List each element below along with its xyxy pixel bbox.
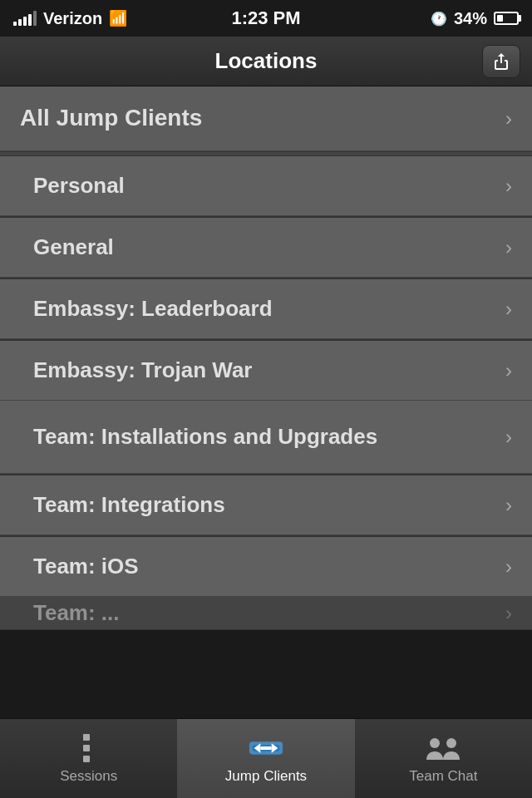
status-right: 🕐 34% [431,9,519,28]
svg-rect-4 [260,746,271,750]
list-item-team-ios[interactable]: Team: iOS › [0,537,532,597]
svg-point-6 [446,738,456,748]
list-item-all-jump-clients[interactable]: All Jump Clients › [0,86,532,151]
navigation-bar: Locations [0,37,532,86]
chevron-right-icon: › [505,298,512,321]
chevron-right-icon: › [505,494,512,517]
list-item-label: Team: Integrations [33,491,225,520]
tab-team-chat[interactable]: Team Chat [355,719,532,798]
status-bar: Verizon 📶 1:23 PM 🕐 34% [0,0,532,37]
list-item-label: Embassy: Trojan War [33,357,252,385]
chevron-right-icon: › [505,107,512,131]
chevron-right-icon: › [505,236,512,259]
carrier-label: Verizon [43,9,102,28]
clock-icon: 🕐 [431,11,447,27]
content-area: All Jump Clients › Personal › General › … [0,86,532,718]
list-item-label: Embassy: Leaderboard [33,295,273,323]
tab-team-chat-label: Team Chat [409,768,477,785]
status-time: 1:23 PM [231,7,300,29]
page-title: Locations [215,48,318,74]
svg-point-5 [430,738,440,748]
list-item-general[interactable]: General › [0,218,532,278]
list-item-label: Team: Installations and Upgrades [33,423,377,451]
list-item-label: General [33,234,114,262]
chevron-right-icon: › [505,555,512,579]
jump-clients-icon [248,733,284,763]
list-item-label: Team: iOS [33,553,139,581]
chevron-right-icon: › [505,426,512,449]
share-icon [491,52,511,71]
chevron-right-icon: › [505,359,512,382]
team-chat-icon [425,733,461,763]
status-left: Verizon 📶 [13,9,127,28]
list-item-partial[interactable]: Team: ... › [0,597,532,630]
tab-bar: Sessions Jump Clients [0,718,532,798]
chevron-right-icon: › [505,175,512,198]
tab-jump-clients[interactable]: Jump Clients [177,719,354,798]
wifi-icon: 📶 [109,9,127,27]
list-item-label: Personal [33,172,125,200]
tab-sessions-label: Sessions [60,768,117,785]
list-item-team-integrations[interactable]: Team: Integrations › [0,475,532,535]
battery-percent: 34% [454,9,487,28]
list-item-embassy-trojan-war[interactable]: Embassy: Trojan War › [0,341,532,401]
list-item-embassy-leaderboard[interactable]: Embassy: Leaderboard › [0,279,532,339]
tab-jump-clients-label: Jump Clients [225,768,307,785]
list-item-personal[interactable]: Personal › [0,156,532,216]
sessions-icon [73,733,105,763]
list-item-label: All Jump Clients [20,103,202,133]
signal-bars-icon [13,11,37,26]
list-item-label: Team: ... [33,599,120,628]
battery-icon [494,12,519,25]
chevron-right-icon: › [505,602,512,625]
tab-sessions[interactable]: Sessions [0,719,177,798]
list-item-team-installations[interactable]: Team: Installations and Upgrades › [0,401,532,474]
share-button[interactable] [482,45,520,78]
